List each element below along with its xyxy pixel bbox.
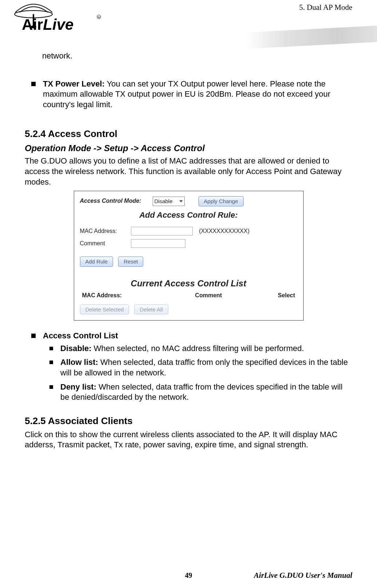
page-header: 5. Dual AP Mode AirLive R — [0, 0, 377, 47]
acl-deny-text: When selected, data traffic from the dev… — [60, 382, 342, 402]
mode-label: Access Control Mode: — [80, 197, 149, 205]
acl-inner-list: Disable: When selected, no MAC address f… — [49, 343, 352, 403]
list-item: Disable: When selected, no MAC address f… — [49, 343, 352, 354]
svg-text:AirLive: AirLive — [22, 16, 73, 33]
bullet-icon — [49, 385, 53, 389]
acl-disable-text: When selected, no MAC address filtering … — [92, 344, 304, 353]
delete-all-button[interactable]: Delete All — [134, 305, 168, 315]
document-body: network. TX Power Level: You can set you… — [0, 47, 377, 450]
th-comment: Comment — [156, 292, 261, 299]
mode-select[interactable]: Disable — [153, 197, 185, 206]
bullet-icon — [31, 82, 36, 86]
bullet-icon — [49, 361, 53, 364]
header-chapter: 5. Dual AP Mode — [299, 3, 352, 12]
tx-power-item: TX Power Level: You can set your TX Outp… — [31, 79, 352, 110]
add-rule-title: Add Access Control Rule: — [80, 210, 297, 221]
list-item: Allow list: When selected, data traffic … — [49, 357, 352, 378]
section-525-text: Click on this to show the current wirele… — [25, 430, 352, 450]
acl-allow-text: When selected, data traffic from only th… — [60, 358, 348, 377]
table-header: MAC Address: Comment Select — [80, 292, 297, 299]
section-525-heading: 5.2.5 Associated Clients — [25, 415, 352, 427]
acl-deny-label: Deny list: — [60, 382, 96, 391]
header-decoration — [246, 26, 377, 49]
acl-heading-row: Access Control List — [31, 331, 352, 341]
reset-button[interactable]: Reset — [118, 257, 143, 267]
apply-change-button[interactable]: Apply Change — [198, 196, 244, 206]
section-524-path: Operation Mode -> Setup -> Access Contro… — [25, 142, 352, 154]
page-number: 49 — [134, 571, 243, 580]
bullet-icon — [49, 347, 53, 350]
mac-hint: (XXXXXXXXXXXX) — [199, 227, 250, 235]
access-control-panel: Access Control Mode: Disable Apply Chang… — [74, 191, 304, 321]
comment-label: Comment — [80, 240, 127, 247]
th-mac: MAC Address: — [80, 292, 156, 299]
comment-input[interactable] — [131, 239, 185, 248]
delete-selected-button[interactable]: Delete Selected — [80, 305, 129, 315]
svg-text:R: R — [98, 16, 100, 19]
brand-logo: AirLive R — [12, 1, 106, 36]
tx-power-label: TX Power Level: — [43, 79, 105, 88]
list-item: Deny list: When selected, data traffic f… — [49, 382, 352, 403]
mode-select-value: Disable — [155, 198, 173, 205]
fragment-network: network. — [42, 51, 352, 61]
acl-heading: Access Control List — [43, 331, 118, 341]
manual-title: AirLive G.DUO User's Manual — [243, 571, 352, 580]
page-footer: 49 AirLive G.DUO User's Manual — [25, 571, 352, 580]
acl-allow-label: Allow list: — [60, 358, 98, 367]
mac-address-input[interactable] — [131, 227, 193, 235]
section-524-heading: 5.2.4 Access Control — [25, 128, 352, 140]
mac-address-label: MAC Address: — [80, 227, 127, 235]
current-list-title: Current Access Control List — [80, 278, 297, 289]
bullet-icon — [31, 334, 36, 338]
add-rule-button[interactable]: Add Rule — [80, 257, 113, 267]
th-select: Select — [261, 292, 297, 299]
section-524-intro: The G.DUO allows you to define a list of… — [25, 156, 352, 187]
acl-disable-label: Disable: — [60, 344, 92, 353]
